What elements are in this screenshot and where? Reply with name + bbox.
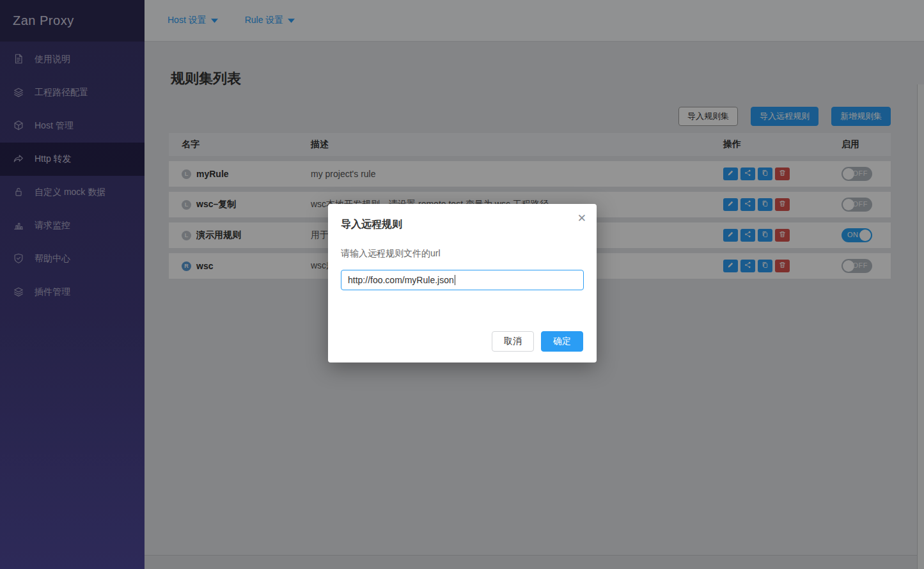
remote-url-input-value: http://foo.com/myRule.json (348, 275, 454, 285)
remote-url-input[interactable]: http://foo.com/myRule.json (341, 270, 584, 290)
confirm-button[interactable]: 确定 (541, 331, 583, 352)
dialog-title: 导入远程规则 (341, 218, 402, 231)
close-icon[interactable]: ✕ (577, 213, 586, 224)
remote-url-label: 请输入远程规则文件的url (341, 248, 441, 260)
app-window: Zan Proxy 使用说明工程路径配置Host 管理Http 转发自定义 mo… (0, 0, 924, 569)
dialog-footer: 取消 确定 (492, 331, 583, 352)
text-caret (455, 275, 455, 285)
import-remote-rule-dialog: 导入远程规则 ✕ 请输入远程规则文件的url http://foo.com/my… (328, 204, 597, 362)
cancel-button[interactable]: 取消 (492, 331, 534, 352)
